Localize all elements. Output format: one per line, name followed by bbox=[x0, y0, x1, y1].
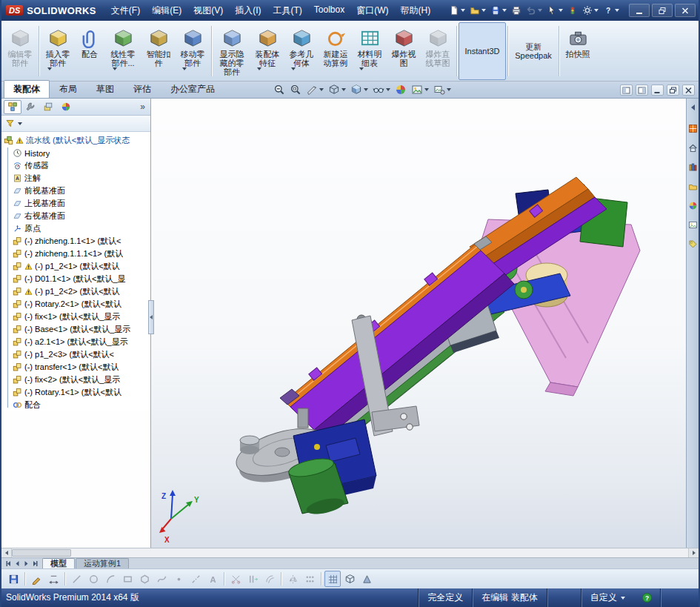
open-document-button[interactable] bbox=[467, 4, 488, 17]
rectangle-button[interactable] bbox=[119, 571, 136, 587]
instant2d-button[interactable] bbox=[341, 571, 358, 587]
undo-button[interactable] bbox=[524, 4, 544, 17]
convert-entities-button[interactable] bbox=[244, 571, 261, 587]
exploded-view-button[interactable]: 爆炸视图 bbox=[387, 22, 421, 80]
mirror-entities-button[interactable] bbox=[284, 571, 301, 587]
minimize-button[interactable] bbox=[629, 4, 650, 17]
tree-item-component[interactable]: (-) a2.1<1> (默认<默认_显示 bbox=[1, 336, 150, 348]
point-button[interactable] bbox=[170, 571, 187, 587]
tree-item-component[interactable]: (-) transfer<1> (默认<默认 bbox=[1, 361, 150, 374]
tree-item-mates[interactable]: 配合 bbox=[1, 399, 150, 411]
linear-component-pattern-button[interactable]: 线性零部件... bbox=[104, 22, 141, 80]
insert-components-button[interactable]: 插入零部件 bbox=[41, 22, 75, 80]
tree-item-front-plane[interactable]: 前视基准面 bbox=[1, 185, 150, 197]
tree-item-assembly-root[interactable]: 流水线 (默认<默认_显示状态 bbox=[1, 134, 150, 147]
tree-item-right-plane[interactable]: 右视基准面 bbox=[1, 210, 150, 222]
tab-motion-study-1[interactable]: 运动算例1 bbox=[76, 558, 129, 568]
pane-left-button[interactable] bbox=[620, 84, 633, 96]
tab-model[interactable]: 模型 bbox=[42, 558, 75, 568]
horizontal-scrollbar[interactable] bbox=[1, 548, 699, 557]
smart-dimension-button[interactable] bbox=[45, 571, 61, 587]
tree-filter-bar[interactable] bbox=[1, 116, 150, 132]
menu-view[interactable]: 视图(V) bbox=[187, 1, 229, 20]
new-motion-study-button[interactable]: 新建运动算例 bbox=[319, 22, 353, 80]
menu-toolbox[interactable]: Toolbox bbox=[308, 1, 350, 20]
hide-show-items-button[interactable] bbox=[371, 83, 392, 96]
save-button[interactable] bbox=[488, 4, 509, 17]
new-document-button[interactable] bbox=[447, 4, 467, 17]
move-component-button[interactable]: 移动零部件 bbox=[176, 22, 210, 80]
tree-item-annotations[interactable]: A注解 bbox=[1, 172, 150, 185]
tree-item-component[interactable]: (-) fix<1> (默认<默认_显示 bbox=[1, 311, 150, 323]
reference-geometry-button[interactable]: 参考几何体 bbox=[284, 22, 319, 80]
home-button[interactable] bbox=[687, 142, 699, 153]
text-button[interactable]: A bbox=[204, 571, 221, 587]
tree-item-component[interactable]: (-) D01.1<1> (默认<默认_显 bbox=[1, 273, 150, 285]
tree-item-origin[interactable]: 原点 bbox=[1, 222, 150, 235]
scenes-button[interactable] bbox=[687, 219, 699, 230]
menu-help[interactable]: 帮助(H) bbox=[395, 1, 437, 20]
menu-window[interactable]: 窗口(W) bbox=[350, 1, 394, 20]
tree-item-component[interactable]: (-) Rotary.2<1> (默认<默认 bbox=[1, 298, 150, 311]
edit-component-button[interactable]: 编辑零部件 bbox=[3, 22, 37, 80]
tab-sketch[interactable]: 草图 bbox=[87, 80, 124, 98]
close-button[interactable] bbox=[675, 4, 696, 17]
grid-snap-button[interactable] bbox=[324, 571, 341, 587]
trim-entities-button[interactable] bbox=[227, 571, 244, 587]
save-button[interactable] bbox=[5, 571, 21, 587]
next-tab-button[interactable] bbox=[22, 560, 30, 568]
tree-item-sensors[interactable]: 传感器 bbox=[1, 159, 150, 172]
graphics-area[interactable]: Z Y X bbox=[151, 99, 686, 548]
apply-scene-button[interactable] bbox=[410, 83, 430, 96]
feature-manager-tab[interactable] bbox=[4, 100, 21, 114]
take-snapshot-button[interactable]: 拍快照 bbox=[561, 22, 595, 80]
menu-insert[interactable]: 插入(I) bbox=[229, 1, 267, 20]
minimize-document-button[interactable] bbox=[651, 84, 664, 96]
menu-tools[interactable]: 工具(T) bbox=[267, 1, 308, 20]
scroll-left-button[interactable] bbox=[1, 548, 12, 557]
configuration-manager-tab[interactable] bbox=[39, 100, 57, 114]
last-tab-button[interactable] bbox=[31, 560, 39, 568]
edit-appearance-button[interactable] bbox=[393, 83, 408, 96]
restore-button[interactable] bbox=[652, 4, 673, 17]
line-button[interactable] bbox=[68, 571, 84, 587]
tab-evaluate[interactable]: 评估 bbox=[124, 80, 161, 98]
appearances-button[interactable] bbox=[687, 200, 699, 211]
zoom-to-area-button[interactable] bbox=[288, 83, 303, 96]
tree-item-component[interactable]: (-) p1_2<3> (默认<默认< bbox=[1, 348, 150, 361]
print-button[interactable] bbox=[509, 4, 524, 17]
mate-button[interactable]: 配合 bbox=[75, 22, 104, 80]
shaded-sketch-contours-button[interactable] bbox=[359, 571, 375, 587]
zoom-to-fit-button[interactable] bbox=[272, 83, 287, 96]
smart-fasteners-button[interactable]: 智能扣件 bbox=[141, 22, 176, 80]
menu-edit[interactable]: 编辑(E) bbox=[146, 1, 187, 20]
polygon-button[interactable] bbox=[136, 571, 153, 587]
help-button[interactable]: ? bbox=[601, 4, 621, 17]
design-library-button[interactable] bbox=[687, 162, 699, 173]
tab-layout[interactable]: 布局 bbox=[50, 80, 87, 98]
panel-splitter[interactable] bbox=[148, 300, 154, 334]
tree-item-component[interactable]: (-) p1_2<2> (默认<默认 bbox=[1, 285, 150, 298]
tree-item-component[interactable]: (-) Rotary.1<1> (默认<默认 bbox=[1, 386, 150, 399]
menu-file[interactable]: 文件(F) bbox=[105, 1, 146, 20]
custom-properties-button[interactable] bbox=[687, 239, 699, 250]
section-view-button[interactable] bbox=[304, 83, 325, 96]
view-orientation-button[interactable] bbox=[327, 83, 347, 96]
help-status-button[interactable]: ? bbox=[634, 592, 660, 603]
display-style-button[interactable] bbox=[349, 83, 370, 96]
tree-item-component[interactable]: (-) zhicheng.1.1.1<1> (默认 bbox=[1, 248, 150, 260]
offset-entities-button[interactable] bbox=[261, 571, 278, 587]
tree-item-history[interactable]: History bbox=[1, 147, 150, 159]
instant3d-button[interactable]: Instant3D bbox=[459, 22, 506, 80]
close-document-button[interactable] bbox=[682, 84, 695, 96]
show-hidden-components-button[interactable]: 显示隐藏的零部件 bbox=[213, 22, 250, 80]
tree-item-component[interactable]: (-) fix<2> (默认<默认_显示 bbox=[1, 374, 150, 386]
spline-button[interactable] bbox=[153, 571, 170, 587]
tab-assembly[interactable]: 装配体 bbox=[4, 80, 50, 98]
tree-item-component[interactable]: (-) zhicheng.1.1<1> (默认< bbox=[1, 235, 150, 248]
customize-status-bar-button[interactable]: 自定义 bbox=[581, 588, 634, 607]
file-explorer-button[interactable] bbox=[687, 181, 699, 192]
explode-line-sketch-button[interactable]: 爆炸直线草图 bbox=[421, 22, 455, 80]
property-manager-tab[interactable] bbox=[21, 100, 39, 114]
tab-office-products[interactable]: 办公室产品 bbox=[161, 80, 224, 98]
